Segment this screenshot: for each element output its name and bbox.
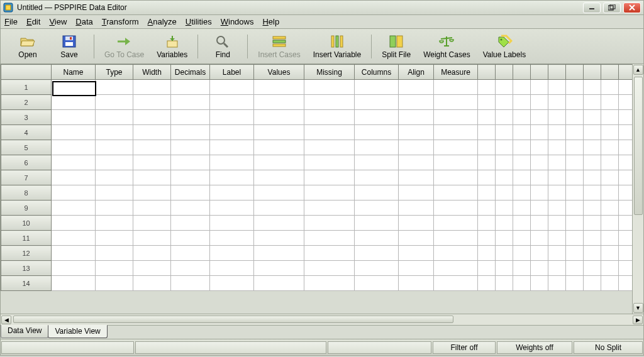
grid-cell[interactable]: [566, 261, 584, 276]
grid-cell[interactable]: [548, 140, 566, 155]
grid-cell[interactable]: [52, 276, 96, 291]
grid-cell[interactable]: [584, 80, 601, 95]
column-header-blank[interactable]: [601, 65, 619, 80]
grid-cell[interactable]: [210, 170, 254, 185]
grid-cell[interactable]: [566, 155, 584, 170]
grid-cell[interactable]: [355, 155, 399, 170]
grid-cell[interactable]: [171, 125, 210, 140]
grid-cell[interactable]: [548, 110, 566, 125]
grid-cell[interactable]: [52, 200, 96, 216]
grid-cell[interactable]: [434, 200, 478, 216]
grid-cell[interactable]: [210, 185, 254, 200]
grid-cell[interactable]: [496, 80, 513, 95]
grid-cell[interactable]: [531, 155, 548, 170]
grid-cell[interactable]: [355, 140, 399, 155]
grid-cell[interactable]: [254, 110, 304, 125]
grid-cell[interactable]: [171, 216, 210, 231]
grid-cell[interactable]: [304, 185, 355, 200]
grid-cell[interactable]: [566, 231, 584, 246]
grid-cell[interactable]: [513, 140, 531, 155]
grid-cell[interactable]: [210, 110, 254, 125]
grid-cell[interactable]: [566, 95, 584, 110]
menu-help[interactable]: Help: [262, 17, 279, 26]
grid-cell[interactable]: [171, 80, 210, 95]
grid-cell[interactable]: [478, 216, 496, 231]
grid-cell[interactable]: [548, 155, 566, 170]
grid-cell[interactable]: [478, 200, 496, 216]
grid-cell[interactable]: [399, 200, 434, 216]
row-header[interactable]: 14: [1, 276, 52, 291]
variables-button[interactable]: Variables: [157, 34, 187, 59]
grid-cell[interactable]: [531, 261, 548, 276]
grid-cell[interactable]: [531, 185, 548, 200]
grid-cell[interactable]: [478, 140, 496, 155]
grid-cell[interactable]: [548, 261, 566, 276]
grid-cell[interactable]: [355, 95, 399, 110]
grid-cell[interactable]: [96, 216, 133, 231]
column-header-width[interactable]: Width: [133, 65, 171, 80]
grid-cell[interactable]: [513, 125, 531, 140]
scroll-right-arrow[interactable]: ▶: [633, 316, 643, 324]
row-header[interactable]: 7: [1, 170, 52, 185]
grid-cell[interactable]: [355, 246, 399, 261]
row-header[interactable]: 13: [1, 261, 52, 276]
grid-cell[interactable]: [584, 261, 601, 276]
menu-edit[interactable]: Edit: [26, 17, 40, 26]
grid-cell[interactable]: [496, 261, 513, 276]
grid-cell[interactable]: [399, 246, 434, 261]
grid-cell[interactable]: [254, 170, 304, 185]
grid-cell[interactable]: [496, 140, 513, 155]
grid-cell[interactable]: [513, 246, 531, 261]
grid-cell[interactable]: [601, 231, 619, 246]
row-header[interactable]: 2: [1, 95, 52, 110]
grid-cell[interactable]: [355, 110, 399, 125]
weight-cases-button[interactable]: Weight Cases: [423, 34, 470, 59]
grid-cell[interactable]: [254, 246, 304, 261]
column-header-blank[interactable]: [531, 65, 548, 80]
grid-cell[interactable]: [434, 246, 478, 261]
grid-cell[interactable]: [496, 185, 513, 200]
find-button[interactable]: Find: [208, 34, 237, 59]
grid-cell[interactable]: [434, 185, 478, 200]
grid-cell[interactable]: [548, 185, 566, 200]
grid-cell[interactable]: [133, 110, 171, 125]
row-header[interactable]: 3: [1, 110, 52, 125]
grid-cell[interactable]: [96, 110, 133, 125]
grid-cell[interactable]: [399, 155, 434, 170]
grid-cell[interactable]: [478, 95, 496, 110]
grid-cell[interactable]: [355, 80, 399, 95]
grid-cell[interactable]: [133, 140, 171, 155]
column-header-type[interactable]: Type: [96, 65, 133, 80]
grid-cell[interactable]: [399, 185, 434, 200]
grid-cell[interactable]: [584, 185, 601, 200]
grid-cell[interactable]: [254, 231, 304, 246]
grid-cell[interactable]: [210, 140, 254, 155]
grid-cell[interactable]: [96, 170, 133, 185]
grid-cell[interactable]: [133, 125, 171, 140]
row-header[interactable]: 9: [1, 200, 52, 216]
column-header-blank[interactable]: [548, 65, 566, 80]
grid-cell[interactable]: [478, 246, 496, 261]
grid-cell[interactable]: [171, 140, 210, 155]
grid-cell[interactable]: [399, 95, 434, 110]
save-button[interactable]: Save: [55, 34, 84, 59]
row-header[interactable]: 4: [1, 125, 52, 140]
vertical-scrollbar[interactable]: ▲ ▼: [632, 64, 643, 314]
grid-cell[interactable]: [548, 276, 566, 291]
column-header-blank[interactable]: [584, 65, 601, 80]
grid-cell[interactable]: [513, 170, 531, 185]
grid-cell[interactable]: [434, 155, 478, 170]
grid-cell[interactable]: [496, 110, 513, 125]
menu-file[interactable]: File: [4, 17, 18, 26]
grid-cell[interactable]: [52, 216, 96, 231]
grid-cell[interactable]: [210, 276, 254, 291]
open-button[interactable]: Open: [13, 34, 42, 59]
grid-cell[interactable]: [355, 231, 399, 246]
close-button[interactable]: [623, 3, 641, 13]
menu-utilities[interactable]: Utilities: [186, 17, 212, 26]
grid-cell[interactable]: [601, 200, 619, 216]
grid-cell[interactable]: [434, 140, 478, 155]
grid-cell[interactable]: [355, 125, 399, 140]
grid-cell[interactable]: [133, 231, 171, 246]
grid-cell[interactable]: [52, 80, 96, 95]
